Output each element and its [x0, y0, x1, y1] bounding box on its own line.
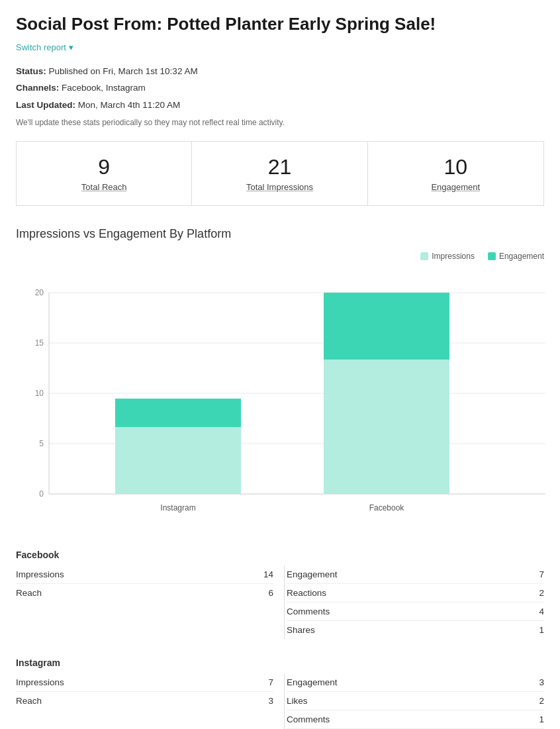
chart-title: Impressions vs Engagement By Platform — [16, 227, 544, 241]
instagram-engagement-bar — [115, 399, 241, 427]
engagement-value: 10 — [379, 155, 533, 179]
instagram-section: Instagram Impressions 7 Reach 3 Engageme… — [16, 657, 544, 729]
engagement-cell: 10 Engagement — [368, 142, 543, 205]
instagram-reach-row: Reach 3 — [16, 692, 273, 710]
instagram-likes-row: Likes 2 — [287, 692, 544, 710]
instagram-left-col: Impressions 7 Reach 3 — [16, 673, 273, 729]
instagram-impressions-bar — [115, 427, 241, 494]
legend-engagement: Engagement — [488, 252, 544, 261]
instagram-title: Instagram — [16, 657, 544, 668]
instagram-comments-row: Comments 1 — [287, 710, 544, 729]
facebook-title: Facebook — [16, 550, 544, 560]
svg-text:10: 10 — [35, 389, 44, 398]
facebook-right-col: Engagement 7 Reactions 2 Comments 4 Shar… — [287, 565, 544, 639]
legend-impressions: Impressions — [420, 252, 475, 261]
total-impressions-cell: 21 Total Impressions — [192, 142, 367, 205]
switch-report-button[interactable]: Switch report ▾ — [16, 42, 73, 52]
facebook-impressions-bar — [324, 360, 449, 494]
facebook-left-col: Impressions 14 Reach 6 — [16, 565, 273, 639]
stats-grid: 9 Total Reach 21 Total Impressions 10 En… — [16, 141, 544, 206]
facebook-engagement-bar — [324, 293, 449, 360]
instagram-right-col: Engagement 3 Likes 2 Comments 1 Saves 0 — [287, 673, 544, 729]
svg-text:15: 15 — [35, 338, 44, 348]
chart-section: Impressions vs Engagement By Platform Im… — [16, 227, 544, 523]
svg-text:5: 5 — [39, 439, 44, 448]
total-reach-label: Total Reach — [27, 182, 181, 192]
total-reach-cell: 9 Total Reach — [17, 142, 192, 205]
meta-section: Status: Published on Fri, March 1st 10:3… — [16, 63, 544, 130]
svg-text:20: 20 — [35, 288, 44, 297]
meta-note: We'll update these stats periodically so… — [16, 115, 544, 130]
facebook-section: Facebook Impressions 14 Reach 6 Engageme… — [16, 550, 544, 639]
total-reach-value: 9 — [27, 155, 181, 179]
total-impressions-label: Total Impressions — [203, 182, 356, 192]
instagram-bar-label: Instagram — [160, 503, 195, 512]
chart-svg-container: 0 5 10 15 20 Instagram Facebook — [16, 269, 544, 523]
facebook-bar-label: Facebook — [369, 503, 405, 512]
instagram-engagement-row: Engagement 3 — [287, 673, 544, 692]
facebook-comments-row: Comments 4 — [287, 603, 544, 621]
svg-text:0: 0 — [39, 489, 44, 499]
facebook-divider — [284, 565, 285, 639]
chart-legend: Impressions Engagement — [16, 252, 544, 261]
impressions-legend-dot — [420, 252, 428, 260]
engagement-legend-dot — [488, 252, 496, 260]
page-title: Social Post From: Potted Planter Early S… — [16, 13, 544, 36]
engagement-label: Engagement — [379, 182, 533, 192]
facebook-impressions-row: Impressions 14 — [16, 565, 273, 584]
facebook-stats: Impressions 14 Reach 6 Engagement 7 Reac… — [16, 565, 544, 639]
facebook-shares-row: Shares 1 — [287, 621, 544, 639]
instagram-stats: Impressions 7 Reach 3 Engagement 3 Likes… — [16, 673, 544, 729]
total-impressions-value: 21 — [203, 155, 356, 179]
instagram-divider — [284, 673, 285, 729]
instagram-impressions-row: Impressions 7 — [16, 673, 273, 692]
facebook-engagement-row: Engagement 7 — [287, 565, 544, 584]
facebook-reach-row: Reach 6 — [16, 584, 273, 602]
facebook-reactions-row: Reactions 2 — [287, 584, 544, 603]
